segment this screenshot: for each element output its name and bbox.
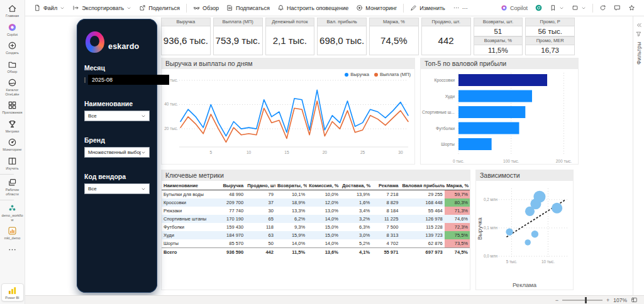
subscribe-icon	[226, 4, 233, 11]
bar-2[interactable]	[458, 106, 525, 118]
kpi-label: Вал. прибыль	[317, 18, 367, 26]
table-row[interactable]: Шорты85 5705014,0%14,0%5,2%4 70262 87673…	[162, 239, 470, 248]
table-row[interactable]: Футболки159 4301189,3%15,0%6,3%7 500115 …	[162, 223, 470, 231]
month-input[interactable]	[88, 75, 169, 85]
zoom-out-button[interactable]: −	[555, 297, 558, 303]
monitoring-icon	[8, 138, 17, 147]
column-header[interactable]: Продано, шт.	[245, 181, 275, 190]
sidebar-item-создать[interactable]: Создать	[0, 39, 25, 58]
zoom-slider-handle[interactable]	[585, 297, 587, 303]
sidebar-item-каталог-onelake[interactable]: Каталог OneLake	[0, 76, 25, 99]
brand-slicer-dropdown[interactable]: Множественный выбор	[84, 147, 150, 158]
column-header[interactable]: Наименование	[162, 181, 215, 190]
toolbar-button-edit[interactable]: Изменить	[406, 2, 449, 14]
fit-to-page-icon[interactable]	[631, 296, 638, 303]
toolbar-button-comment[interactable]	[610, 2, 625, 14]
bar-3[interactable]	[458, 122, 519, 134]
kpi-card[interactable]: Выручка936,6 тыс.	[161, 18, 211, 55]
column-header[interactable]: Валовая прибыль	[400, 181, 444, 190]
line-chart-legend: ВыручкаВыплата (МП)	[345, 72, 411, 77]
scatter-chart-panel: Зависимости Выручка 0,0 млн0,1 млн0,2 мл…	[475, 170, 574, 290]
kpi-card[interactable]: Продано, шт.442	[421, 18, 471, 55]
sidebar-item-приложения[interactable]: Приложения	[0, 99, 25, 117]
toolbar-button-monitor[interactable]: Мониторинг	[352, 2, 401, 14]
scatter-point-3[interactable]	[531, 231, 538, 237]
key-metrics-table: НаименованиеВыручкаПродано, шт.Возвраты,…	[162, 181, 470, 256]
zoom-in-button[interactable]: +	[606, 297, 609, 303]
column-header[interactable]: Реклама	[372, 181, 400, 190]
kpi-card[interactable]: Денежный поток2,1 тыс.	[265, 18, 315, 55]
column-header[interactable]: Выручка	[215, 181, 245, 190]
toolbar-button-share[interactable]: Поделиться	[135, 2, 184, 14]
kpi-label: Возвраты, шт.	[474, 18, 523, 26]
table-row[interactable]: Рюкзаки77 7403013,3%13,0%3,4%8 18455 464…	[162, 207, 470, 215]
bar-chart[interactable]: 0 тыс.100 тыс.200 тыс.КроссовкиХудиСпорт…	[421, 69, 577, 163]
kpi-card[interactable]: Возвраты, шт.51Возвраты, %11,5%	[474, 18, 523, 55]
toolbar-button-file[interactable]: Файл	[30, 2, 69, 14]
scatter-chart[interactable]: 0,0 млн0,1 млн0,2 млн5 тыс.10 тыс.	[477, 181, 573, 276]
kpi-card[interactable]: Маржа, %74,5%	[369, 18, 419, 55]
brand-name: eskardo	[108, 42, 139, 53]
funnel-icon	[636, 31, 641, 36]
sidebar-item-мониторинг[interactable]: Мониторинг	[0, 136, 25, 155]
table-row[interactable]: Худи184 9706315,9%15,0%3,0%8 313139 7237…	[162, 231, 470, 239]
toolbar-button-refresh[interactable]	[596, 2, 610, 14]
column-header[interactable]: Возвраты, %	[275, 181, 307, 190]
column-header[interactable]: Комиссия, %	[307, 181, 340, 190]
svg-text:Худи: Худи	[445, 94, 455, 99]
toolbar-button-avatar-refresh[interactable]	[531, 2, 546, 14]
scatter-point-5[interactable]	[533, 191, 545, 203]
checkbox-icon[interactable]	[84, 77, 86, 83]
sidebar-item-обзор[interactable]: Обзор	[0, 58, 25, 77]
sidebar-item-powerbi[interactable]: Power BI	[1, 283, 24, 302]
toolbar-button-frame[interactable]	[568, 2, 590, 14]
copilot-button[interactable]: Copilot	[497, 2, 531, 14]
bar-4[interactable]	[458, 138, 492, 150]
sidebar-item-more[interactable]	[0, 243, 25, 257]
month-slicer[interactable]	[84, 75, 150, 85]
toolbar-button-bell[interactable]: Настроить оповещение	[274, 2, 352, 14]
column-header[interactable]: Маржа, %	[445, 181, 470, 190]
kpi-card[interactable]: Выплата (МП)753,9 тыс.	[213, 18, 263, 55]
margin-cell: 73,5%	[445, 239, 470, 248]
legend-item[interactable]: Выручка	[345, 72, 369, 77]
expand-pane-icon[interactable]	[636, 19, 642, 31]
table-title: Ключевые метрики	[162, 170, 470, 181]
apps-icon	[8, 100, 17, 110]
bar-1[interactable]	[458, 90, 532, 102]
sidebar-item-mkt_demo[interactable]: mkt_demo	[0, 224, 25, 243]
avatar-refresh-icon	[535, 4, 542, 11]
legend-item[interactable]: Выплата (МП)	[374, 72, 411, 77]
sidebar-item-главная[interactable]: Главная	[0, 2, 25, 21]
more-icon	[8, 245, 17, 254]
toolbar-button-export[interactable]: Экспортировать	[69, 2, 135, 14]
toolbar-button-subscribe[interactable]: Подписаться	[223, 2, 274, 14]
kpi-card[interactable]: Промо, Р56 тыс.Промо, MER16,73	[525, 18, 575, 55]
name-slicer-dropdown[interactable]: Все	[84, 111, 150, 121]
table-row[interactable]: Бутылки для воды48 9907910,1%10,0%13,9%7…	[162, 190, 470, 199]
scatter-point-6[interactable]	[552, 203, 562, 214]
zoom-slider[interactable]	[562, 300, 602, 301]
chevron-down-icon	[141, 114, 146, 119]
sidebar-item-метрики[interactable]: Метрики	[0, 117, 25, 136]
kpi-value: 74,5%	[369, 26, 419, 55]
scatter-point-0[interactable]	[506, 229, 513, 236]
kpi-value: 2,1 тыс.	[265, 26, 315, 55]
kpi-card[interactable]: Вал. прибыль698,0 тыс.	[317, 18, 367, 55]
sidebar-item-изучить[interactable]: Изучить	[0, 155, 25, 173]
vendor-slicer-dropdown[interactable]: Все	[84, 183, 150, 194]
toolbar-button-star[interactable]	[625, 2, 639, 14]
toolbar-button-view[interactable]: Обзор	[189, 2, 223, 14]
line-chart[interactable]: 20 тыс.40 тыс.60 тыс.51015202530	[162, 69, 413, 162]
column-header[interactable]: Доставка, %	[340, 181, 372, 190]
scatter-point-1[interactable]	[525, 239, 531, 246]
table-row[interactable]: Кроссовки209 7003718,9%12,0%1,6%8 829168…	[162, 198, 470, 207]
sidebar-item-copilot[interactable]: Copilot	[0, 21, 25, 40]
table-row[interactable]: Спортивные штаны170 190656,2%14,0%3,2%11…	[162, 215, 470, 223]
toolbar-button-more[interactable]: ···	[449, 2, 472, 14]
toolbar-button-bookmark[interactable]	[546, 2, 568, 14]
scatter-y-axis-title: Выручка	[477, 200, 483, 257]
sidebar-item-demo_workflow[interactable]: demo_workflow	[0, 202, 25, 224]
sidebar-item-рабочие-области[interactable]: Рабочие области	[0, 176, 25, 198]
bar-0[interactable]	[458, 74, 547, 86]
